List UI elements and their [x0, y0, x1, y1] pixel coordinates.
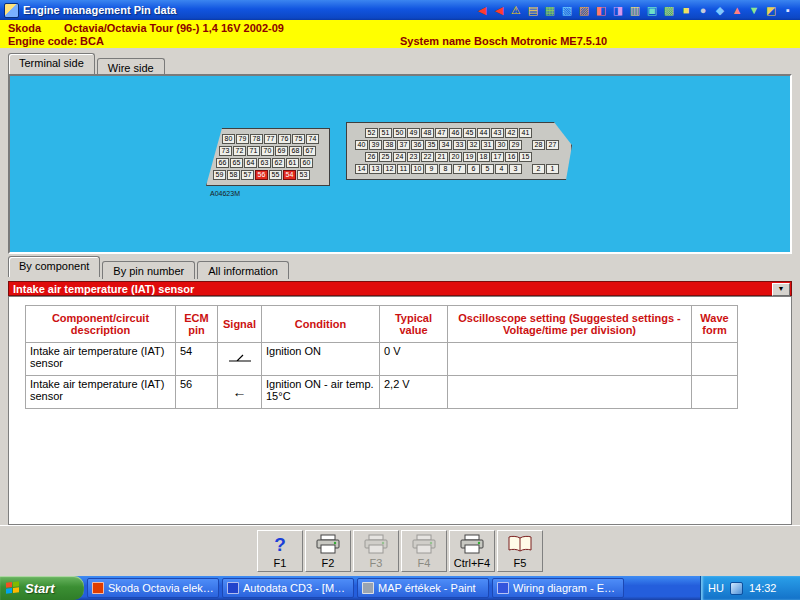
pin-12[interactable]: 12 [383, 164, 396, 174]
pin-70[interactable]: 70 [261, 146, 274, 156]
pin-59[interactable]: 59 [213, 170, 226, 180]
pin-9[interactable]: 9 [425, 164, 438, 174]
tab-terminal-side[interactable]: Terminal side [8, 53, 95, 74]
wiring-diagrams-icon[interactable]: ▧ [559, 3, 575, 17]
pin-44[interactable]: 44 [477, 128, 490, 138]
pin-64[interactable]: 64 [244, 158, 257, 168]
taskbar-item[interactable]: Skoda Octavia elektr... [87, 578, 219, 598]
pin-42[interactable]: 42 [505, 128, 518, 138]
pin-69[interactable]: 69 [275, 146, 288, 156]
pin-76[interactable]: 76 [278, 134, 291, 144]
pin-33[interactable]: 33 [453, 140, 466, 150]
pin-24[interactable]: 24 [393, 152, 406, 162]
fn-manual-button[interactable]: F5 [497, 530, 543, 572]
manual-icon[interactable]: ▪ [780, 3, 796, 17]
taskbar-item[interactable]: Autodata CD3 - [Mod... [222, 578, 354, 598]
pin-60[interactable]: 60 [300, 158, 313, 168]
pin-7[interactable]: 7 [453, 164, 466, 174]
pin-19[interactable]: 19 [463, 152, 476, 162]
pin-75[interactable]: 75 [292, 134, 305, 144]
pin-30[interactable]: 30 [495, 140, 508, 150]
pin-78[interactable]: 78 [250, 134, 263, 144]
pin-40[interactable]: 40 [355, 140, 368, 150]
pin-16[interactable]: 16 [505, 152, 518, 162]
fn-help-button[interactable]: ?F1 [257, 530, 303, 572]
adjustments-icon[interactable]: ▩ [661, 3, 677, 17]
pin-55[interactable]: 55 [269, 170, 282, 180]
pin-1[interactable]: 1 [546, 164, 559, 174]
pin-38[interactable]: 38 [383, 140, 396, 150]
start-button[interactable]: Start [0, 576, 84, 600]
pin-26[interactable]: 26 [365, 152, 378, 162]
pin-22[interactable]: 22 [421, 152, 434, 162]
pin-37[interactable]: 37 [397, 140, 410, 150]
fn-print-setup-button[interactable]: Ctrl+F4 [449, 530, 495, 572]
technical-specs-icon[interactable]: ▦ [542, 3, 558, 17]
pin-54[interactable]: 54 [283, 170, 296, 180]
taskbar-item[interactable]: MAP értékek - Paint [357, 578, 489, 598]
pin-36[interactable]: 36 [411, 140, 424, 150]
pin-53[interactable]: 53 [297, 170, 310, 180]
pin-50[interactable]: 50 [393, 128, 406, 138]
pin-6[interactable]: 6 [467, 164, 480, 174]
nav-back-icon[interactable]: ◀ [474, 3, 490, 17]
pin-72[interactable]: 72 [233, 146, 246, 156]
air-conditioning-icon[interactable]: ◆ [712, 3, 728, 17]
pin-57[interactable]: 57 [241, 170, 254, 180]
component-location-icon[interactable]: ▨ [576, 3, 592, 17]
pin-34[interactable]: 34 [439, 140, 452, 150]
pin-74[interactable]: 74 [306, 134, 319, 144]
lubricants-icon[interactable]: ■ [678, 3, 694, 17]
pin-27[interactable]: 27 [546, 140, 559, 150]
warning-icon[interactable]: ⚠ [508, 3, 524, 17]
pin-3[interactable]: 3 [509, 164, 522, 174]
pin-47[interactable]: 47 [435, 128, 448, 138]
pin-65[interactable]: 65 [230, 158, 243, 168]
pin-28[interactable]: 28 [532, 140, 545, 150]
pin-46[interactable]: 46 [449, 128, 462, 138]
pin-43[interactable]: 43 [491, 128, 504, 138]
pin-52[interactable]: 52 [365, 128, 378, 138]
component-selector[interactable]: Intake air temperature (IAT) sensor ▼ [8, 281, 792, 296]
pin-49[interactable]: 49 [407, 128, 420, 138]
pin-4[interactable]: 4 [495, 164, 508, 174]
pin-66[interactable]: 66 [216, 158, 229, 168]
diagnostics-icon[interactable]: ▣ [644, 3, 660, 17]
pin-41[interactable]: 41 [519, 128, 532, 138]
pin-11[interactable]: 11 [397, 164, 410, 174]
repair-times-icon[interactable]: ▥ [627, 3, 643, 17]
language-indicator[interactable]: HU [708, 582, 724, 594]
pin-20[interactable]: 20 [449, 152, 462, 162]
nav-previous-icon[interactable]: ◀ [491, 3, 507, 17]
pin-13[interactable]: 13 [369, 164, 382, 174]
pin-14[interactable]: 14 [355, 164, 368, 174]
pin-23[interactable]: 23 [407, 152, 420, 162]
tyres-icon[interactable]: ● [695, 3, 711, 17]
pin-15[interactable]: 15 [519, 152, 532, 162]
pin-61[interactable]: 61 [286, 158, 299, 168]
pin-62[interactable]: 62 [272, 158, 285, 168]
dropdown-arrow-icon[interactable]: ▼ [772, 283, 790, 296]
pin-2[interactable]: 2 [532, 164, 545, 174]
pin-58[interactable]: 58 [227, 170, 240, 180]
fuse-relay-icon[interactable]: ◧ [593, 3, 609, 17]
pin-25[interactable]: 25 [379, 152, 392, 162]
pin-29[interactable]: 29 [509, 140, 522, 150]
taskbar-item[interactable]: Wiring diagram - Engi... [492, 578, 624, 598]
pin-10[interactable]: 10 [411, 164, 424, 174]
pin-68[interactable]: 68 [289, 146, 302, 156]
pin-45[interactable]: 45 [463, 128, 476, 138]
tab-all-information[interactable]: All information [197, 261, 289, 279]
pin-56[interactable]: 56 [255, 170, 268, 180]
tab-by-pin-number[interactable]: By pin number [102, 261, 195, 279]
pin-77[interactable]: 77 [264, 134, 277, 144]
pin-18[interactable]: 18 [477, 152, 490, 162]
timing-belts-icon[interactable]: ▼ [746, 3, 762, 17]
service-schedules-icon[interactable]: ◨ [610, 3, 626, 17]
pin-79[interactable]: 79 [236, 134, 249, 144]
pin-5[interactable]: 5 [481, 164, 494, 174]
pin-35[interactable]: 35 [425, 140, 438, 150]
pin-32[interactable]: 32 [467, 140, 480, 150]
pin-51[interactable]: 51 [379, 128, 392, 138]
fn-print-button[interactable]: F2 [305, 530, 351, 572]
